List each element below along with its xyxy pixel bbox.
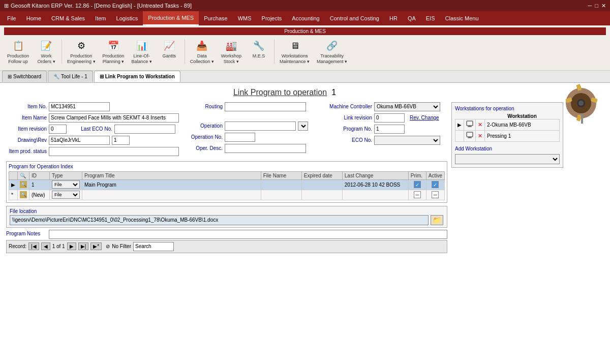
minimize-btn[interactable]: ─ [588,3,592,9]
menu-production[interactable]: Production & MES [143,11,199,25]
col-prim: Prim. [408,171,426,179]
toolbar-work-orders[interactable]: 📝 WorkOrders ▾ [33,37,59,66]
toolbar-production-followup[interactable]: 📋 ProductionFollow up [4,37,32,66]
row-prim[interactable]: ✓ [408,179,426,190]
link-revision-input[interactable] [374,113,405,123]
row-search[interactable]: 🔍 [18,179,29,190]
program-notes-input[interactable] [49,230,447,239]
ws-col-del [476,113,485,119]
nav-next[interactable]: ▶ [67,242,76,250]
menu-item[interactable]: Item [90,11,111,25]
workstation-row-2[interactable]: ✕ Pressing 1 [455,130,560,141]
routing-input[interactable] [225,102,306,111]
menu-purchase[interactable]: Purchase [199,11,232,25]
menu-accounting[interactable]: Accounting [287,11,324,25]
new-row-active[interactable]: ─ [426,190,444,200]
ws-row-del-1[interactable]: ✕ [476,119,485,130]
menu-file[interactable]: File [2,11,21,25]
item-name-input[interactable] [49,113,179,123]
toolbar-line-balance[interactable]: 📊 Line-Of-Balance ▾ [129,37,155,66]
operation-input[interactable] [225,122,296,131]
nav-last[interactable]: ▶| [78,242,89,250]
toolbar-workshop-stock[interactable]: 🏭 WorkshopStock ▾ [218,37,245,66]
tab-tool-life[interactable]: 🔧 Tool Life - 1 [48,71,93,82]
menu-eis[interactable]: EIS [421,11,440,25]
tab-link-program[interactable]: ⊞ Link Program to Workstation [94,71,180,82]
nav-new[interactable]: ▶* [90,242,102,250]
svg-rect-9 [467,121,473,126]
table-row-new[interactable]: * 🔍 (New) File [9,190,445,200]
new-active-checkbox[interactable]: ─ [432,191,439,198]
nav-first[interactable]: |◀ [28,242,39,250]
menu-control[interactable]: Control and Costing [325,11,384,25]
machine-controller-select[interactable]: Okuma MB-66VB [374,102,440,111]
last-eco-input[interactable] [114,125,175,134]
new-row-prim[interactable]: ─ [408,190,426,200]
close-btn[interactable]: ✕ [601,3,606,9]
row-search-icon[interactable]: 🔍 [20,181,27,188]
new-row-search-icon[interactable]: 🔍 [20,191,27,198]
menu-projects[interactable]: Projects [257,11,287,25]
ws-row-del-2[interactable]: ✕ [476,130,485,141]
toolbar-gantts[interactable]: 📈 Gantts [156,37,182,66]
row-active[interactable]: ✓ [426,179,444,190]
toolbar-traceability[interactable]: 🔗 TraceabilityManagement ▾ [314,37,350,66]
menu-classic[interactable]: Classic Menu [440,11,484,25]
menu-logistics[interactable]: Logistics [111,11,143,25]
table-row[interactable]: ▶ 🔍 1 File Main Program [9,179,445,190]
row-program-title: Main Program [82,179,261,190]
menu-home[interactable]: Home [21,11,46,25]
row-type[interactable]: File [50,179,82,190]
col-id: ID [29,171,50,179]
toolbar-workstations[interactable]: 🖥 WorkstationsMaintenance ▾ [277,37,313,66]
toolbar-mes[interactable]: 🔧 M.E.S [246,37,272,66]
tabs-bar: ⊞ Switchboard 🔧 Tool Life - 1 ⊞ Link Pro… [0,71,610,83]
tab-switchboard[interactable]: ⊞ Switchboard [2,71,47,82]
browse-button[interactable]: 📁 [431,215,443,225]
oper-desc-input[interactable] [225,144,306,153]
new-row-type[interactable]: File [50,190,82,200]
workstation-row-1[interactable]: ▶ ✕ 2-Okuma MB-66VB [455,119,560,130]
item-no-input[interactable] [49,102,110,111]
operation-select[interactable] [298,122,308,131]
add-workstation-label: Add Workstation [455,146,560,151]
row-type-select[interactable]: File [52,180,80,189]
rev-change-link[interactable]: Rev. Change [410,115,439,120]
eco-no-select[interactable] [374,136,440,145]
menu-wms[interactable]: WMS [233,11,257,25]
drawing-num-input[interactable] [112,136,130,145]
program-no-input[interactable] [374,125,405,134]
new-row-type-select[interactable]: File [52,191,80,199]
col-search: 🔍 [18,171,29,179]
toolbar-sep-1 [62,39,62,64]
ws-delete-icon-1[interactable]: ✕ [478,122,482,128]
page-title-num: 1 [331,88,336,97]
toolbar-production-planning[interactable]: 📅 ProductionPlanning ▾ [100,37,128,66]
new-prim-checkbox[interactable]: ─ [414,191,421,198]
menu-hr[interactable]: HR [384,11,403,25]
new-row-search[interactable]: 🔍 [18,190,29,200]
toolbar-production-engineering[interactable]: ⚙ ProductionEngineering ▾ [64,37,99,66]
toolbar-data-collection[interactable]: 📥 DataCollection ▾ [187,37,217,66]
item-prod-status-input[interactable] [49,147,179,156]
search-input[interactable] [133,242,174,251]
file-location-input[interactable]: \\geosrv\Demo\PictureEn\DNC\MC134951_0\0… [10,215,429,225]
operation-no-input[interactable] [225,133,255,142]
toolbar-workstations-label: WorkstationsMaintenance ▾ [280,53,310,65]
add-workstation-select[interactable] [455,154,560,164]
maximize-btn[interactable]: □ [595,3,598,9]
switchboard-icon: ⊞ [8,74,12,79]
item-revision-input[interactable] [49,125,67,134]
prim-checkbox[interactable]: ✓ [414,181,421,188]
drawing-rev-input[interactable] [49,136,110,145]
tab-switchboard-label: Switchboard [13,74,41,79]
active-checkbox[interactable]: ✓ [432,181,439,188]
toolbar-sep-2 [185,39,185,64]
link-program-icon: ⊞ [100,74,104,79]
ws-delete-icon-2[interactable]: ✕ [478,133,482,139]
menu-qa[interactable]: QA [403,11,421,25]
ws-col-icon [464,113,476,119]
line-balance-icon: 📊 [135,39,149,53]
nav-prev[interactable]: ◀ [41,242,50,250]
menu-crm[interactable]: CRM & Sales [46,11,90,25]
